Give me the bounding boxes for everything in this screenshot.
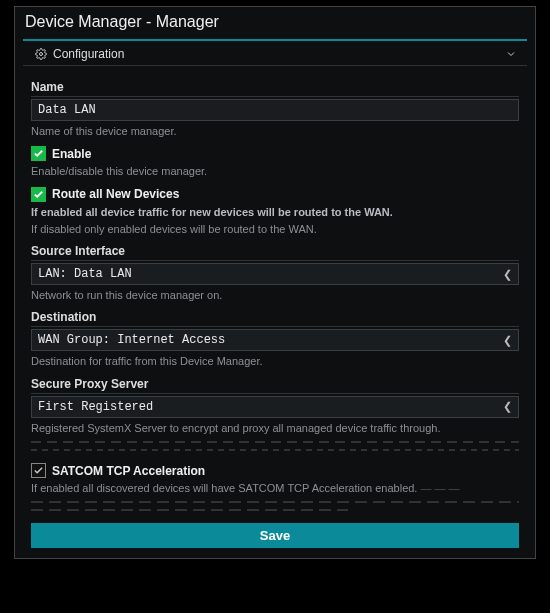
route-all-label: Route all New Devices	[52, 187, 179, 201]
source-interface-group: Source Interface LAN: Data LAN ❮ Network…	[31, 244, 519, 302]
section-title: Configuration	[53, 47, 124, 61]
enable-group: Enable Enable/disable this device manage…	[31, 146, 519, 178]
proxy-value: First Registered	[38, 400, 153, 414]
source-interface-value: LAN: Data LAN	[38, 267, 132, 281]
route-all-checkbox[interactable]	[31, 187, 46, 202]
svg-point-0	[40, 53, 43, 56]
destination-select[interactable]: WAN Group: Internet Access ❮	[31, 329, 519, 351]
satcom-group: SATCOM TCP Acceleration If enabled all d…	[31, 463, 519, 511]
proxy-select[interactable]: First Registered ❮	[31, 396, 519, 418]
chevron-left-icon: ❮	[503, 268, 512, 281]
enable-checkbox[interactable]	[31, 146, 46, 161]
proxy-group: Secure Proxy Server First Registered ❮ R…	[31, 377, 519, 455]
name-help: Name of this device manager.	[31, 124, 519, 138]
destination-group: Destination WAN Group: Internet Access ❮…	[31, 310, 519, 368]
chevron-down-icon	[505, 48, 517, 60]
satcom-checkbox[interactable]	[31, 463, 46, 478]
route-all-help-2: If disabled only enabled devices will be…	[31, 222, 519, 236]
redacted-line	[31, 509, 348, 511]
configuration-header[interactable]: Configuration	[23, 41, 527, 66]
chevron-left-icon: ❮	[503, 400, 512, 413]
name-input[interactable]	[31, 99, 519, 121]
proxy-label: Secure Proxy Server	[31, 377, 519, 394]
device-manager-window: Device Manager - Manager Configuration N…	[14, 6, 536, 559]
destination-value: WAN Group: Internet Access	[38, 333, 225, 347]
destination-help: Destination for traffic from this Device…	[31, 354, 519, 368]
enable-help: Enable/disable this device manager.	[31, 164, 519, 178]
enable-label: Enable	[52, 147, 91, 161]
satcom-help: If enabled all discovered devices will h…	[31, 481, 519, 495]
route-all-group: Route all New Devices If enabled all dev…	[31, 187, 519, 237]
redacted-line	[31, 501, 519, 503]
chevron-left-icon: ❮	[503, 334, 512, 347]
name-group: Name Name of this device manager.	[31, 80, 519, 138]
save-button[interactable]: Save	[31, 523, 519, 548]
redacted-block	[31, 439, 519, 455]
source-interface-label: Source Interface	[31, 244, 519, 261]
source-interface-help: Network to run this device manager on.	[31, 288, 519, 302]
source-interface-select[interactable]: LAN: Data LAN ❮	[31, 263, 519, 285]
route-all-help-1: If enabled all device traffic for new de…	[31, 205, 519, 219]
destination-label: Destination	[31, 310, 519, 327]
window-title: Device Manager - Manager	[15, 7, 535, 39]
proxy-help: Registered SystemX Server to encrypt and…	[31, 421, 519, 435]
name-label: Name	[31, 80, 519, 97]
configuration-form: Name Name of this device manager. Enable…	[15, 66, 535, 558]
satcom-label: SATCOM TCP Acceleration	[52, 464, 205, 478]
gear-icon	[35, 48, 47, 60]
